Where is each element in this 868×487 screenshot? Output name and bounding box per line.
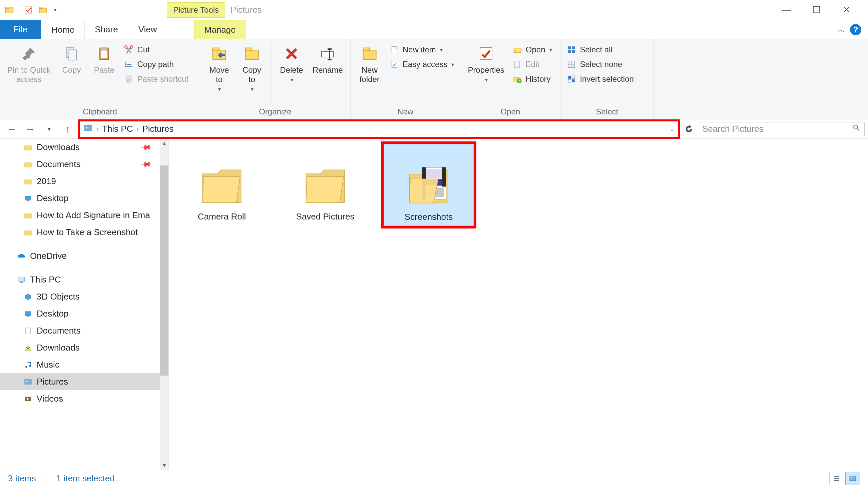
easy-access-button[interactable]: Easy access▾ [387,58,456,71]
delete-button[interactable]: Delete▾ [277,42,307,85]
chevron-right-icon[interactable]: › [96,124,99,134]
svg-rect-61 [25,379,31,384]
svg-point-59 [25,366,27,368]
paste-shortcut-button[interactable]: Paste shortcut [122,73,190,85]
folder-saved-pictures[interactable]: Saved Pictures [280,144,370,225]
new-item-button[interactable]: New item▾ [387,43,456,56]
svg-rect-36 [568,65,571,68]
breadcrumb-pictures[interactable]: Pictures [142,124,174,134]
this-pc-icon [17,275,26,284]
scroll-down-icon[interactable]: ▾ [160,461,168,470]
maximize-button[interactable]: ☐ [808,2,825,18]
move-to-button[interactable]: Move to▾ [204,42,234,94]
open-icon [513,45,522,55]
copy-path-button[interactable]: Copy path [122,58,190,71]
search-input[interactable]: Search Pictures [698,122,865,136]
invert-selection-button[interactable]: Invert selection [564,73,636,85]
edit-button[interactable]: Edit [510,58,554,71]
select-none-icon [566,59,577,69]
qat-properties-icon[interactable] [22,3,35,17]
tree-item-documents-2[interactable]: Documents [0,322,168,339]
svg-rect-42 [84,125,92,130]
tree-item-desktop[interactable]: Desktop [0,190,168,207]
downloads-icon [23,343,33,353]
videos-icon [23,394,33,404]
refresh-button[interactable] [682,122,696,136]
paste-button[interactable]: Paste [89,42,119,77]
tree-item-downloads[interactable]: Downloads📌 [0,139,168,156]
tree-item-2019[interactable]: 2019 [0,173,168,190]
tree-item-this-pc[interactable]: This PC [0,271,168,288]
address-dropdown-icon[interactable]: ⌄ [670,125,675,133]
tree-item-3d-objects[interactable]: 3D Objects [0,288,168,305]
svg-rect-3 [39,8,47,13]
folder-screenshots[interactable]: Screenshots [384,144,474,226]
folder-icon [23,143,33,152]
folder-icon [192,147,252,208]
minimize-button[interactable]: — [778,2,795,18]
tree-item-documents[interactable]: Documents📌 [0,156,168,173]
ribbon-group-label: Organize [204,105,346,119]
copy-to-button[interactable]: Copy to▾ [237,42,267,94]
qat-folder-icon[interactable] [36,3,50,17]
folder-content[interactable]: Camera Roll Saved Pictures [169,139,868,470]
select-none-button[interactable]: Select none [564,58,636,71]
cut-button[interactable]: ✂️ Cut [122,43,190,56]
tab-view[interactable]: View [128,20,167,39]
tree-item-onedrive[interactable]: OneDrive [0,247,168,265]
svg-rect-34 [568,61,571,64]
qat-dropdown-icon[interactable]: ▾ [51,3,59,17]
up-button[interactable]: ↑ [59,121,76,138]
new-folder-button[interactable]: New folder [354,42,384,86]
ribbon-group-select: Select all Select none Invert selection … [560,39,654,119]
tab-manage[interactable]: Manage [194,20,246,39]
tree-item-videos[interactable]: Videos [0,390,168,407]
close-button[interactable]: ✕ [838,2,855,18]
edit-icon [513,59,522,69]
ribbon-group-new: New folder New item▾ Easy access▾ New [350,39,461,119]
tree-item-downloads-2[interactable]: Downloads [0,339,168,356]
forward-button[interactable]: → [22,121,39,138]
scrollbar-thumb[interactable] [160,165,168,375]
help-button[interactable]: ? [850,24,861,35]
folder-icon [23,177,33,186]
invert-selection-icon [566,74,577,84]
app-icon[interactable] [3,3,16,17]
collapse-ribbon-icon[interactable]: ︿ [837,25,845,35]
tab-home[interactable]: Home [41,20,85,39]
svg-rect-4 [39,7,43,8]
select-all-button[interactable]: Select all [564,43,636,56]
properties-button[interactable]: Properties▾ [464,42,507,85]
tree-item-music[interactable]: Music [0,356,168,373]
search-placeholder: Search Pictures [702,124,764,134]
recent-locations-button[interactable]: ▾ [41,121,57,138]
svg-rect-6 [69,50,77,60]
tree-item-pictures[interactable]: Pictures [0,373,168,390]
pin-to-quick-access-button[interactable]: Pin to Quick access [4,42,54,86]
svg-rect-31 [572,47,575,49]
tree-item-howto-signature[interactable]: How to Add Signature in Ema [0,207,168,224]
tab-share[interactable]: Share [85,20,128,39]
back-button[interactable]: ← [3,121,20,138]
tree-item-desktop-2[interactable]: Desktop [0,305,168,322]
copy-button[interactable]: Copy [56,42,86,77]
history-button[interactable]: History [510,73,554,85]
tab-file[interactable]: File [0,20,41,39]
svg-rect-53 [18,277,25,281]
scroll-up-icon[interactable]: ▴ [160,139,168,147]
tree-scrollbar[interactable]: ▴ ▾ [160,139,168,470]
search-icon [852,124,860,134]
history-icon [513,74,522,84]
tree-item-howto-screenshot[interactable]: How to Take a Screenshot [0,224,168,241]
svg-rect-50 [27,200,29,201]
svg-rect-41 [572,80,575,82]
details-view-button[interactable] [829,472,844,485]
address-bar[interactable]: › This PC › Pictures ⌄ [78,119,680,139]
svg-point-74 [851,477,852,478]
thumbnails-view-button[interactable] [845,472,860,485]
folder-camera-roll[interactable]: Camera Roll [177,144,267,225]
open-button[interactable]: Open▾ [510,43,554,56]
chevron-right-icon[interactable]: › [136,124,139,134]
breadcrumb-this-pc[interactable]: This PC [102,124,133,134]
rename-button[interactable]: Rename [309,42,346,77]
